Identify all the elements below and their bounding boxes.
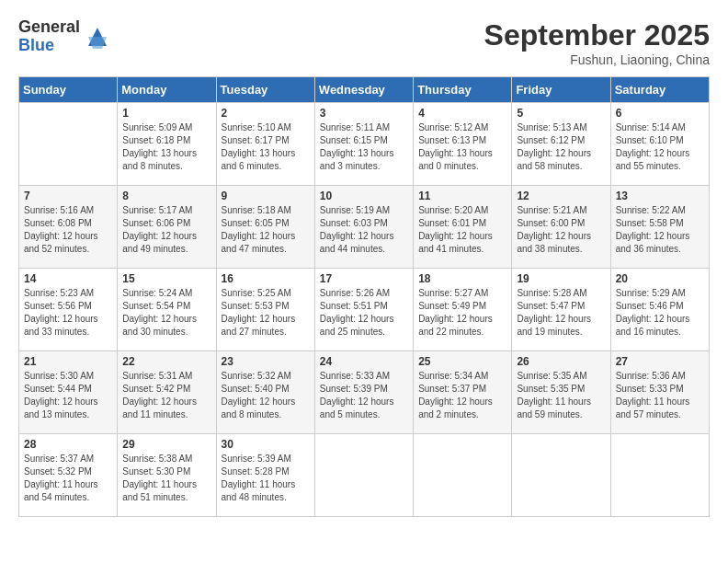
day-info: Sunrise: 5:18 AM Sunset: 6:05 PM Dayligh… [222, 204, 310, 256]
title-section: September 2025 Fushun, Liaoning, China [484, 18, 710, 67]
day-number: 12 [517, 190, 605, 202]
calendar-cell: 19Sunrise: 5:28 AM Sunset: 5:47 PM Dayli… [512, 269, 610, 351]
day-number: 7 [24, 190, 112, 202]
day-info: Sunrise: 5:11 AM Sunset: 6:15 PM Dayligh… [320, 121, 408, 173]
day-header-tuesday: Tuesday [216, 77, 314, 103]
day-info: Sunrise: 5:35 AM Sunset: 5:35 PM Dayligh… [517, 370, 605, 421]
calendar-cell: 20Sunrise: 5:29 AM Sunset: 5:46 PM Dayli… [610, 269, 709, 351]
calendar-cell: 24Sunrise: 5:33 AM Sunset: 5:39 PM Dayli… [314, 351, 413, 434]
calendar-cell: 5Sunrise: 5:13 AM Sunset: 6:12 PM Daylig… [512, 103, 610, 186]
calendar-cell [19, 103, 118, 186]
calendar-cell [314, 434, 413, 517]
day-number: 15 [122, 272, 210, 285]
page-header: General Blue September 2025 Fushun, Liao… [18, 18, 710, 67]
calendar-week-row: 21Sunrise: 5:30 AM Sunset: 5:44 PM Dayli… [19, 351, 710, 434]
calendar-cell: 12Sunrise: 5:21 AM Sunset: 6:00 PM Dayli… [512, 186, 610, 269]
logo: General Blue [18, 18, 111, 55]
day-number: 23 [222, 355, 310, 368]
day-info: Sunrise: 5:26 AM Sunset: 5:51 PM Dayligh… [320, 287, 408, 339]
logo-text: General Blue [18, 18, 80, 55]
calendar-week-row: 7Sunrise: 5:16 AM Sunset: 6:08 PM Daylig… [19, 186, 710, 269]
location: Fushun, Liaoning, China [484, 52, 710, 67]
calendar-cell: 23Sunrise: 5:32 AM Sunset: 5:40 PM Dayli… [216, 351, 314, 434]
day-number: 8 [122, 190, 210, 202]
day-info: Sunrise: 5:25 AM Sunset: 5:53 PM Dayligh… [222, 287, 310, 339]
day-info: Sunrise: 5:30 AM Sunset: 5:44 PM Dayligh… [24, 370, 112, 421]
calendar-cell: 11Sunrise: 5:20 AM Sunset: 6:01 PM Dayli… [414, 186, 512, 269]
day-number: 6 [616, 107, 704, 120]
day-info: Sunrise: 5:10 AM Sunset: 6:17 PM Dayligh… [222, 121, 310, 173]
day-info: Sunrise: 5:27 AM Sunset: 5:49 PM Dayligh… [418, 287, 506, 339]
calendar-cell: 4Sunrise: 5:12 AM Sunset: 6:13 PM Daylig… [414, 103, 512, 186]
calendar-cell: 10Sunrise: 5:19 AM Sunset: 6:03 PM Dayli… [314, 186, 413, 269]
day-info: Sunrise: 5:13 AM Sunset: 6:12 PM Dayligh… [517, 121, 605, 173]
day-header-wednesday: Wednesday [314, 77, 413, 103]
calendar-cell: 3Sunrise: 5:11 AM Sunset: 6:15 PM Daylig… [314, 103, 413, 186]
calendar-cell: 25Sunrise: 5:34 AM Sunset: 5:37 PM Dayli… [414, 351, 512, 434]
calendar-cell: 27Sunrise: 5:36 AM Sunset: 5:33 PM Dayli… [610, 351, 709, 434]
calendar-cell: 29Sunrise: 5:38 AM Sunset: 5:30 PM Dayli… [118, 434, 216, 517]
svg-marker-1 [88, 37, 107, 49]
day-number: 9 [222, 190, 310, 202]
month-title: September 2025 [484, 18, 710, 52]
calendar-cell: 30Sunrise: 5:39 AM Sunset: 5:28 PM Dayli… [216, 434, 314, 517]
day-info: Sunrise: 5:14 AM Sunset: 6:10 PM Dayligh… [616, 121, 704, 173]
day-header-sunday: Sunday [19, 77, 118, 103]
day-number: 1 [122, 107, 210, 120]
day-number: 10 [320, 190, 408, 202]
day-info: Sunrise: 5:28 AM Sunset: 5:47 PM Dayligh… [517, 287, 605, 339]
day-info: Sunrise: 5:33 AM Sunset: 5:39 PM Dayligh… [320, 370, 408, 421]
day-info: Sunrise: 5:31 AM Sunset: 5:42 PM Dayligh… [122, 370, 210, 421]
day-number: 17 [320, 272, 408, 285]
day-number: 4 [418, 107, 506, 120]
day-header-friday: Friday [512, 77, 610, 103]
calendar-cell: 18Sunrise: 5:27 AM Sunset: 5:49 PM Dayli… [414, 269, 512, 351]
calendar-cell: 22Sunrise: 5:31 AM Sunset: 5:42 PM Dayli… [118, 351, 216, 434]
calendar-cell: 16Sunrise: 5:25 AM Sunset: 5:53 PM Dayli… [216, 269, 314, 351]
calendar-cell: 15Sunrise: 5:24 AM Sunset: 5:54 PM Dayli… [118, 269, 216, 351]
calendar-cell: 8Sunrise: 5:17 AM Sunset: 6:06 PM Daylig… [118, 186, 216, 269]
day-number: 19 [517, 272, 605, 285]
calendar-header-row: SundayMondayTuesdayWednesdayThursdayFrid… [19, 77, 710, 103]
day-number: 20 [616, 272, 704, 285]
day-number: 25 [418, 355, 506, 368]
day-number: 14 [24, 272, 112, 285]
calendar-week-row: 14Sunrise: 5:23 AM Sunset: 5:56 PM Dayli… [19, 269, 710, 351]
calendar-cell: 2Sunrise: 5:10 AM Sunset: 6:17 PM Daylig… [216, 103, 314, 186]
day-info: Sunrise: 5:32 AM Sunset: 5:40 PM Dayligh… [222, 370, 310, 421]
day-number: 11 [418, 190, 506, 202]
day-header-saturday: Saturday [610, 77, 709, 103]
day-number: 22 [122, 355, 210, 368]
calendar-cell: 17Sunrise: 5:26 AM Sunset: 5:51 PM Dayli… [314, 269, 413, 351]
day-info: Sunrise: 5:38 AM Sunset: 5:30 PM Dayligh… [122, 453, 210, 504]
logo-general: General [18, 18, 80, 37]
day-header-thursday: Thursday [414, 77, 512, 103]
day-info: Sunrise: 5:22 AM Sunset: 5:58 PM Dayligh… [616, 204, 704, 256]
day-number: 13 [616, 190, 704, 202]
calendar-week-row: 28Sunrise: 5:37 AM Sunset: 5:32 PM Dayli… [19, 434, 710, 517]
calendar-cell: 1Sunrise: 5:09 AM Sunset: 6:18 PM Daylig… [118, 103, 216, 186]
day-info: Sunrise: 5:16 AM Sunset: 6:08 PM Dayligh… [24, 204, 112, 256]
day-info: Sunrise: 5:19 AM Sunset: 6:03 PM Dayligh… [320, 204, 408, 256]
day-info: Sunrise: 5:17 AM Sunset: 6:06 PM Dayligh… [122, 204, 210, 256]
logo-blue: Blue [18, 37, 80, 55]
calendar-cell: 21Sunrise: 5:30 AM Sunset: 5:44 PM Dayli… [19, 351, 118, 434]
calendar-cell [414, 434, 512, 517]
day-number: 5 [517, 107, 605, 120]
day-number: 2 [222, 107, 310, 120]
day-info: Sunrise: 5:34 AM Sunset: 5:37 PM Dayligh… [418, 370, 506, 421]
day-info: Sunrise: 5:39 AM Sunset: 5:28 PM Dayligh… [222, 453, 310, 504]
calendar-cell: 9Sunrise: 5:18 AM Sunset: 6:05 PM Daylig… [216, 186, 314, 269]
calendar-cell: 6Sunrise: 5:14 AM Sunset: 6:10 PM Daylig… [610, 103, 709, 186]
day-info: Sunrise: 5:21 AM Sunset: 6:00 PM Dayligh… [517, 204, 605, 256]
calendar-cell: 13Sunrise: 5:22 AM Sunset: 5:58 PM Dayli… [610, 186, 709, 269]
calendar-cell: 14Sunrise: 5:23 AM Sunset: 5:56 PM Dayli… [19, 269, 118, 351]
day-header-monday: Monday [118, 77, 216, 103]
calendar-table: SundayMondayTuesdayWednesdayThursdayFrid… [18, 76, 710, 517]
day-number: 3 [320, 107, 408, 120]
day-info: Sunrise: 5:29 AM Sunset: 5:46 PM Dayligh… [616, 287, 704, 339]
day-number: 21 [24, 355, 112, 368]
day-info: Sunrise: 5:20 AM Sunset: 6:01 PM Dayligh… [418, 204, 506, 256]
calendar-cell [610, 434, 709, 517]
day-info: Sunrise: 5:09 AM Sunset: 6:18 PM Dayligh… [122, 121, 210, 173]
